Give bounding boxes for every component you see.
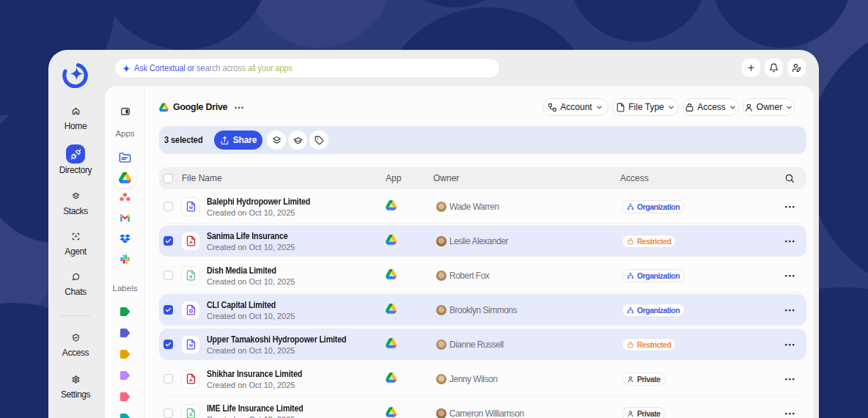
svg-text:W: W [188,205,193,210]
svg-text:A: A [74,234,77,238]
svg-text:W: W [188,343,193,348]
